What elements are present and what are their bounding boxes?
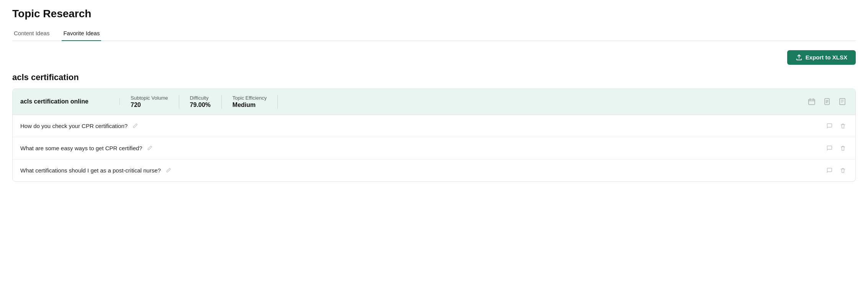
difficulty-value: 79.00% xyxy=(190,102,211,108)
edit-icon xyxy=(132,123,138,129)
trash-icon-button[interactable] xyxy=(838,143,848,153)
table-row: How do you check your CPR certification? xyxy=(13,115,855,137)
flag-icon xyxy=(826,123,833,129)
calendar-icon xyxy=(808,98,816,105)
topic-card: acls certification online Subtopic Volum… xyxy=(12,89,856,182)
flag-icon-button[interactable] xyxy=(825,143,834,153)
calendar-icon-button[interactable] xyxy=(806,96,817,107)
edit-icon-button[interactable] xyxy=(164,166,173,175)
topic-efficiency-label: Topic Efficiency xyxy=(233,95,267,101)
subtopic-volume-label: Subtopic Volume xyxy=(131,95,168,101)
export-icon xyxy=(796,54,802,61)
flag-icon xyxy=(826,145,833,151)
table-row: What certifications should I get as a po… xyxy=(13,159,855,181)
trash-icon xyxy=(840,145,846,151)
subtopic-volume-stat: Subtopic Volume 720 xyxy=(120,95,179,108)
topic-group-title: acls certification xyxy=(12,72,856,82)
flag-icon-button[interactable] xyxy=(825,121,834,131)
row-actions xyxy=(825,143,848,153)
flag-icon xyxy=(826,167,833,174)
trash-icon xyxy=(840,123,846,129)
svg-rect-3 xyxy=(827,123,832,127)
topic-efficiency-value: Medium xyxy=(233,102,267,108)
card-header: acls certification online Subtopic Volum… xyxy=(13,89,855,115)
difficulty-label: Difficulty xyxy=(190,95,211,101)
trash-icon-button[interactable] xyxy=(838,166,848,175)
tab-content-ideas[interactable]: Content Ideas xyxy=(12,27,51,41)
card-header-title: acls certification online xyxy=(20,98,120,105)
bookmark-icon xyxy=(839,98,846,105)
toolbar: Export to XLSX xyxy=(12,50,856,65)
row-actions xyxy=(825,121,848,131)
edit-icon xyxy=(165,167,172,173)
tab-favorite-ideas[interactable]: Favorite Ideas xyxy=(62,27,101,41)
row-text: What certifications should I get as a po… xyxy=(20,166,825,175)
svg-rect-4 xyxy=(827,146,832,149)
tabs-bar: Content Ideas Favorite Ideas xyxy=(12,27,856,41)
export-button-label: Export to XLSX xyxy=(806,54,847,61)
page-wrapper: Topic Research Content Ideas Favorite Id… xyxy=(0,0,868,289)
export-button[interactable]: Export to XLSX xyxy=(787,50,856,65)
document-icon xyxy=(823,98,831,105)
bookmark-icon-button[interactable] xyxy=(837,96,848,107)
svg-rect-5 xyxy=(827,168,832,171)
topic-group: acls certification acls certification on… xyxy=(12,72,856,182)
topic-efficiency-stat: Topic Efficiency Medium xyxy=(222,95,278,108)
table-row: What are some easy ways to get CPR certi… xyxy=(13,137,855,159)
flag-icon-button[interactable] xyxy=(825,166,834,175)
subtopic-volume-value: 720 xyxy=(131,102,168,108)
difficulty-stat: Difficulty 79.00% xyxy=(179,95,222,108)
edit-icon-button[interactable] xyxy=(131,121,140,130)
document-icon-button[interactable] xyxy=(822,96,832,107)
trash-icon xyxy=(840,167,846,174)
edit-icon xyxy=(147,145,153,151)
trash-icon-button[interactable] xyxy=(838,121,848,131)
row-text: What are some easy ways to get CPR certi… xyxy=(20,143,825,153)
svg-rect-0 xyxy=(809,99,815,105)
edit-icon-button[interactable] xyxy=(145,143,154,153)
row-actions xyxy=(825,166,848,175)
page-title: Topic Research xyxy=(12,8,856,20)
row-text: How do you check your CPR certification? xyxy=(20,121,825,130)
card-header-actions xyxy=(806,96,848,107)
svg-rect-2 xyxy=(840,99,845,105)
